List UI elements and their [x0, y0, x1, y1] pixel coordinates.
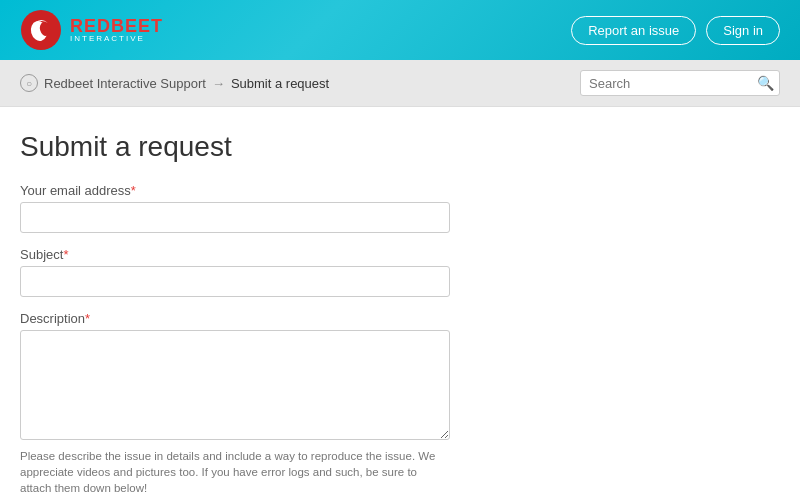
logo-text: REDBEET INTERACTIVE: [70, 17, 163, 43]
logo-interactive-text: INTERACTIVE: [70, 35, 163, 43]
breadcrumb-bar: ○ Redbeet Interactive Support → Submit a…: [0, 60, 800, 107]
email-input[interactable]: [20, 202, 450, 233]
search-input[interactable]: [589, 76, 757, 91]
description-required-star: *: [85, 311, 90, 326]
logo-area: REDBEET INTERACTIVE: [20, 9, 163, 51]
subject-required-star: *: [63, 247, 68, 262]
breadcrumb-parent-link[interactable]: Redbeet Interactive Support: [44, 76, 206, 91]
header: REDBEET INTERACTIVE Report an issue Sign…: [0, 0, 800, 60]
report-issue-button[interactable]: Report an issue: [571, 16, 696, 45]
header-nav: Report an issue Sign in: [571, 16, 780, 45]
subject-field-group: Subject*: [20, 247, 780, 297]
subject-input[interactable]: [20, 266, 450, 297]
breadcrumb-separator: →: [212, 76, 225, 91]
breadcrumb-current: Submit a request: [231, 76, 329, 91]
email-field-group: Your email address*: [20, 183, 780, 233]
description-hint: Please describe the issue in details and…: [20, 448, 450, 496]
home-icon: ○: [20, 74, 38, 92]
email-label: Your email address*: [20, 183, 780, 198]
email-required-star: *: [131, 183, 136, 198]
breadcrumb: ○ Redbeet Interactive Support → Submit a…: [20, 74, 329, 92]
search-button[interactable]: 🔍: [757, 75, 774, 91]
submit-request-form: Your email address* Subject* Description…: [20, 183, 780, 500]
description-label: Description*: [20, 311, 780, 326]
page-title: Submit a request: [20, 131, 780, 163]
logo-icon: [20, 9, 62, 51]
description-textarea[interactable]: [20, 330, 450, 440]
subject-label: Subject*: [20, 247, 780, 262]
search-box: 🔍: [580, 70, 780, 96]
sign-in-button[interactable]: Sign in: [706, 16, 780, 45]
logo-redbeet-text: REDBEET: [70, 17, 163, 35]
description-field-group: Description* Please describe the issue i…: [20, 311, 780, 496]
main-content: Submit a request Your email address* Sub…: [0, 107, 800, 500]
